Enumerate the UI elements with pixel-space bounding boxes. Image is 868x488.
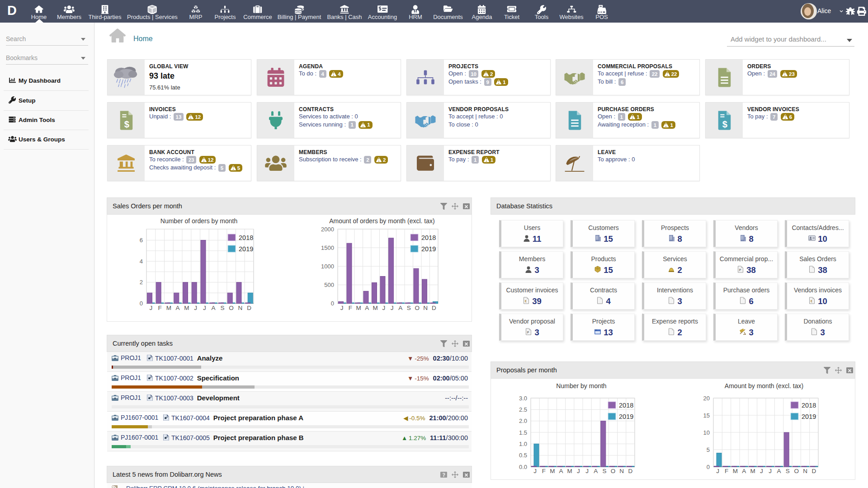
svg-text:O: O (611, 468, 616, 474)
svg-text:$: $ (722, 119, 727, 129)
svg-text:2018: 2018 (421, 234, 436, 241)
svg-text:N: N (238, 305, 243, 311)
svg-text:2018: 2018 (802, 402, 816, 409)
svg-text:P: P (739, 268, 741, 272)
svg-text:2: 2 (140, 279, 143, 286)
svg-text:0: 0 (140, 300, 143, 307)
svg-text:A: A (212, 305, 216, 311)
svg-text:2000: 2000 (321, 226, 334, 233)
svg-text:M: M (567, 468, 572, 474)
svg-text:2.0: 2.0 (519, 418, 527, 424)
svg-text:3.0: 3.0 (519, 395, 527, 402)
svg-text:D: D (628, 468, 633, 474)
svg-text:F: F (349, 305, 352, 311)
svg-text:J: J (194, 305, 197, 311)
svg-text:Number by month: Number by month (556, 382, 606, 389)
svg-text:O: O (229, 305, 234, 311)
svg-text:J: J (203, 305, 206, 311)
svg-text:O: O (794, 468, 799, 474)
svg-text:J: J (769, 468, 772, 474)
svg-text:D: D (811, 468, 816, 474)
svg-text:J: J (382, 305, 385, 311)
svg-text:J: J (533, 468, 537, 474)
svg-text:2019: 2019 (619, 413, 633, 420)
svg-text:A: A (176, 305, 180, 311)
svg-text:15: 15 (703, 412, 710, 419)
svg-text:Number of orders by month: Number of orders by month (160, 217, 237, 225)
svg-text:S: S (407, 305, 411, 311)
svg-text:J: J (391, 305, 394, 311)
svg-text:S: S (602, 468, 606, 474)
svg-text:N: N (423, 305, 428, 311)
svg-text:J: J (760, 468, 763, 474)
svg-text:1500: 1500 (321, 244, 334, 251)
svg-text:0: 0 (331, 300, 334, 307)
svg-text:J: J (585, 468, 589, 474)
svg-text:5: 5 (707, 446, 710, 453)
svg-text:$: $ (124, 119, 129, 129)
svg-text:D: D (247, 305, 251, 311)
svg-text:A: A (559, 468, 563, 474)
svg-text:2018: 2018 (239, 234, 253, 241)
svg-text:0.5: 0.5 (519, 452, 527, 459)
svg-text:N: N (619, 468, 624, 474)
svg-text:€: € (525, 300, 527, 303)
svg-text:F: F (158, 305, 161, 311)
svg-text:A: A (777, 468, 781, 474)
svg-text:J: J (150, 305, 153, 311)
svg-text:M: M (373, 305, 378, 311)
svg-text:4: 4 (140, 258, 143, 265)
svg-text:S: S (786, 468, 790, 474)
svg-text:J: J (577, 468, 580, 474)
svg-text:2019: 2019 (421, 245, 436, 253)
svg-text:A: A (594, 468, 598, 474)
svg-text:0.0: 0.0 (519, 464, 527, 470)
svg-text:P: P (527, 331, 529, 334)
svg-text:1000: 1000 (321, 263, 334, 270)
svg-text:A: A (365, 305, 369, 311)
svg-text:S: S (220, 305, 224, 311)
svg-text:6: 6 (140, 237, 143, 244)
svg-text:Amount by month (excl. tax): Amount by month (excl. tax) (725, 382, 803, 389)
svg-text:M: M (750, 468, 755, 474)
svg-text:M: M (733, 468, 738, 474)
svg-text:1.0: 1.0 (519, 441, 527, 447)
svg-text:2019: 2019 (802, 413, 816, 420)
svg-text:A: A (742, 468, 746, 474)
svg-text:M: M (356, 305, 361, 311)
svg-text:M: M (184, 305, 189, 311)
svg-text:2018: 2018 (619, 402, 633, 409)
svg-text:2.5: 2.5 (519, 406, 527, 413)
svg-text:M: M (550, 468, 555, 474)
svg-text:1.5: 1.5 (519, 429, 527, 436)
svg-text:10: 10 (703, 429, 710, 436)
svg-text:D: D (432, 305, 436, 311)
svg-text:J: J (716, 468, 719, 474)
svg-text:A: A (398, 305, 402, 311)
svg-text:0: 0 (707, 464, 710, 470)
svg-text:Amount of orders by month (exc: Amount of orders by month (excl. tax) (329, 217, 434, 225)
svg-text:O: O (415, 305, 420, 311)
svg-text:M: M (166, 305, 171, 311)
svg-text:500: 500 (324, 282, 334, 288)
svg-text:F: F (542, 468, 546, 474)
svg-text:€: € (811, 300, 812, 303)
svg-text:20: 20 (703, 395, 710, 402)
svg-text:J: J (340, 305, 344, 311)
svg-text:N: N (803, 468, 807, 474)
svg-text:F: F (725, 468, 728, 474)
svg-text:2019: 2019 (239, 245, 253, 253)
